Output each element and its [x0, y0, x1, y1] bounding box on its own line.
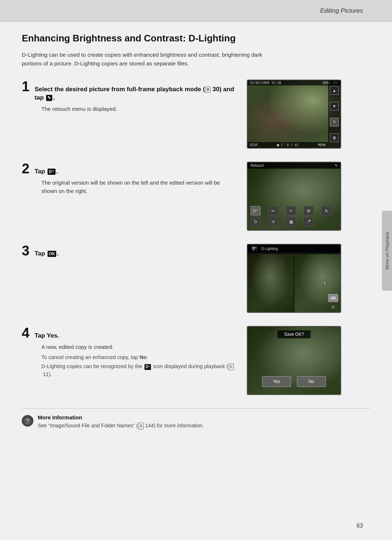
step-3-left: 3 Tap OK.: [22, 244, 247, 261]
step-1-desc: The retouch menu is displayed.: [41, 105, 236, 113]
step-4-title: Tap Yes.: [34, 332, 59, 340]
step-4-desc1: A new, edited copy is created.: [41, 343, 236, 351]
screen-1-info-top: 15/05/2009 15:30 0004.JPG: [248, 80, 340, 85]
step-2-title: Tap D⁺.: [34, 168, 58, 176]
step-4-d-icon: D⁺: [144, 364, 151, 370]
svg-point-1: [27, 422, 28, 423]
screen-1-mockup: 15/05/2009 15:30 0004.JPG ▲ ▼ ✎ 🗑 DISP ■…: [247, 80, 341, 149]
step-4-ref: 0: [229, 363, 234, 370]
screen-3-d-icon: D⁺: [251, 246, 258, 251]
retouch-item-d-lighting: D⁺: [250, 206, 261, 215]
step-4-desc3: D-Lighting copies can be recognized by t…: [41, 363, 236, 379]
screen-1-edit-icon: ✎: [330, 118, 339, 126]
more-info-icon: [22, 415, 33, 427]
step-2-number: 2: [22, 162, 29, 176]
step-3: 3 Tap OK. D⁺ D-Lighting ›: [22, 244, 370, 313]
screen-3-top-bar: D⁺ D-Lighting: [248, 245, 340, 253]
page-title: Enhancing Brightness and Contrast: D-Lig…: [22, 33, 370, 44]
step-1-body: The retouch menu is displayed.: [41, 105, 236, 113]
step-3-title: Tap OK.: [34, 250, 59, 258]
step-1-left: 1 Select the desired picture from full-f…: [22, 80, 247, 115]
screen-2-retouch-grid: D⁺ ✏ ✂ ⊞ A D ↺ ▦ 🎤: [250, 206, 338, 226]
retouch-item-d2: D: [250, 217, 261, 226]
screen-2-retouch-label: Retouch: [250, 164, 264, 168]
retouch-item-crop: ✂: [286, 206, 296, 215]
retouch-item-edit: ✏: [268, 206, 278, 215]
screen-3-img-left: [248, 254, 294, 312]
screen-1-down-icon: ▼: [330, 102, 339, 110]
screen-4-save-banner: Save OK?: [278, 330, 311, 338]
step-4-no-label: No: [140, 354, 147, 360]
step-1-ref: 0: [205, 86, 211, 93]
screen-3-x-button[interactable]: ✕: [328, 303, 338, 311]
page-number: 63: [356, 523, 363, 529]
step-3-heading: 3 Tap OK.: [22, 244, 236, 258]
header-title: Editing Pictures: [320, 7, 363, 15]
step-4-heading: 4 Tap Yes.: [22, 326, 236, 340]
more-info-section: More Information See "Image/Sound File a…: [22, 408, 370, 430]
step-2-desc: The original version will be shown on th…: [41, 179, 236, 195]
screen-3-photo-left: [248, 254, 294, 312]
page-header: Editing Pictures: [0, 0, 392, 22]
screen-3-arrow: ›: [324, 279, 326, 287]
step-3-screen: D⁺ D-Lighting › OK ✕: [247, 244, 348, 313]
main-content: Enhancing Brightness and Contrast: D-Lig…: [22, 22, 370, 518]
step-1-icon: ✎: [46, 95, 52, 101]
svg-point-0: [24, 418, 31, 424]
step-1: 1 Select the desired picture from full-f…: [22, 80, 370, 149]
screen-1-delete-icon: 🗑: [330, 133, 339, 142]
step-4: 4 Tap Yes. A new, edited copy is created…: [22, 326, 370, 395]
step-3-number: 3: [22, 244, 29, 258]
screen-4-buttons: Yes No: [248, 376, 340, 387]
step-4-desc2: To cancel creating an enhanced copy, tap…: [41, 354, 236, 362]
step-2-icon: D⁺: [48, 169, 56, 175]
step-2: 2 Tap D⁺. The original version will be s…: [22, 162, 370, 231]
screen-2-retouch-header: Retouch ✎: [248, 162, 340, 169]
step-3-ok-icon: OK: [48, 251, 57, 257]
screen-2-mockup: Retouch ✎ D⁺ ✏ ✂ ⊞ A D ↺ ▦ 🎤: [247, 162, 341, 231]
step-1-heading: 1 Select the desired picture from full-f…: [22, 80, 236, 102]
retouch-item-mic: 🎤: [303, 217, 314, 226]
side-tab: More on Playback: [382, 211, 392, 291]
more-info-text: See "Image/Sound File and Folder Names" …: [38, 422, 204, 430]
step-2-body: The original version will be shown on th…: [41, 179, 236, 195]
screen-4-no-btn[interactable]: No: [297, 376, 326, 387]
step-4-screen: Save OK? Yes No: [247, 326, 348, 395]
step-2-left: 2 Tap D⁺. The original version will be s…: [22, 162, 247, 197]
step-1-number: 1: [22, 80, 29, 93]
screen-1-info-bottom: DISP ■ [" 4 / 4] MENU: [248, 142, 328, 148]
screen-1-sidebar: ▲ ▼ ✎ 🗑: [328, 80, 340, 148]
retouch-item-grid: ⊞: [303, 206, 314, 215]
screen-1-datetime: 15/05/2009 15:30: [250, 81, 281, 85]
more-info-title: More Information: [38, 414, 204, 420]
more-info-content: More Information See "Image/Sound File a…: [38, 414, 204, 430]
screen-4-yes-btn[interactable]: Yes: [262, 376, 291, 387]
step-1-title: Select the desired picture from full-fra…: [34, 85, 236, 102]
screen-3-mockup: D⁺ D-Lighting › OK ✕: [247, 244, 341, 313]
screen-2-retouch-icon: ✎: [335, 164, 338, 168]
screen-1-up-icon: ▲: [330, 86, 339, 95]
retouch-item-rotate: ↺: [268, 217, 278, 226]
screen-1-menu: MENU: [318, 143, 326, 147]
screen-1-disp: DISP: [250, 143, 258, 147]
step-4-number: 4: [22, 326, 29, 340]
step-1-screen: 15/05/2009 15:30 0004.JPG ▲ ▼ ✎ 🗑 DISP ■…: [247, 80, 348, 149]
step-4-left: 4 Tap Yes. A new, edited copy is created…: [22, 326, 247, 380]
retouch-item-text: A: [321, 206, 331, 215]
screen-3-label: D-Lighting: [261, 247, 278, 251]
step-2-screen: Retouch ✎ D⁺ ✏ ✂ ⊞ A D ↺ ▦ 🎤: [247, 162, 348, 231]
screen-3-images: ›: [248, 254, 340, 312]
retouch-item-filter: ▦: [286, 217, 296, 226]
screen-1-counter: ■ [" 4 / 4]: [277, 143, 299, 147]
step-4-yes-label: Yes: [47, 332, 57, 339]
info-icon-svg: [24, 417, 31, 424]
intro-paragraph: D-Lighting can be used to create copies …: [22, 51, 269, 68]
side-tab-label: More on Playback: [384, 232, 390, 270]
step-2-heading: 2 Tap D⁺.: [22, 162, 236, 176]
screen-4-mockup: Save OK? Yes No: [247, 326, 341, 395]
step-4-body: A new, edited copy is created. To cancel…: [41, 343, 236, 379]
screen-3-ok-button[interactable]: OK: [328, 294, 338, 302]
more-info-ref: 0: [138, 423, 143, 430]
screen-1-photo: [248, 80, 340, 148]
